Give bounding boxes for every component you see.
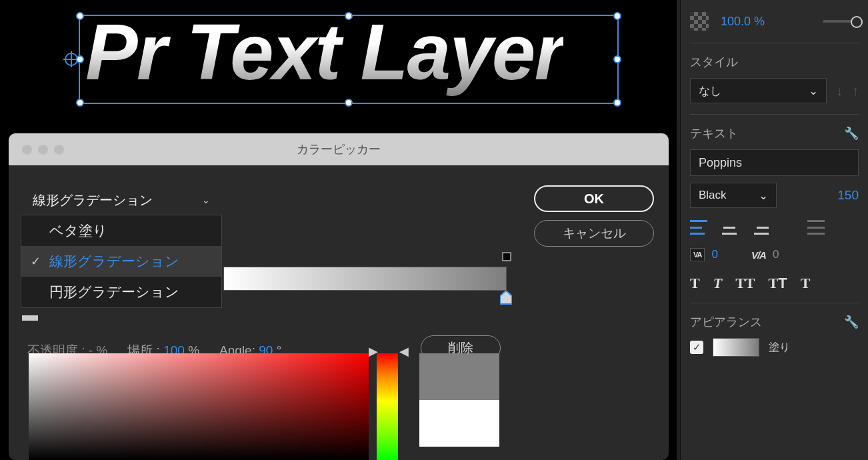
kerning-value[interactable]: 0 — [773, 248, 779, 261]
resize-handle[interactable] — [345, 12, 353, 20]
new-color-swatch[interactable] — [419, 353, 499, 400]
tracking-value[interactable]: 0 — [711, 248, 717, 261]
gradient-opacity-stop[interactable] — [502, 252, 511, 261]
minimize-window-icon[interactable] — [38, 145, 48, 155]
font-family-dropdown[interactable]: Poppins — [690, 149, 859, 176]
font-weight-dropdown[interactable]: Black ⌄ — [690, 183, 777, 208]
resize-handle[interactable] — [76, 12, 84, 20]
appearance-section-title: アピアランス — [690, 314, 762, 330]
style-preset-dropdown[interactable]: なし ⌄ — [690, 78, 827, 103]
layer-opacity-slider[interactable] — [823, 20, 859, 23]
resize-handle[interactable] — [613, 55, 621, 63]
superscript-button[interactable]: T — [801, 275, 811, 292]
bold-button[interactable]: T — [690, 275, 700, 292]
svg-marker-3 — [500, 291, 512, 304]
color-picker-dialog: カラーピッカー 線形グラデーション ⌄ ベタ塗り ✓ 線形グラデーション 円形グ… — [9, 133, 669, 460]
smallcaps-button[interactable]: TT — [769, 275, 787, 292]
dialog-title: カラーピッカー — [9, 141, 669, 157]
fill-type-selected: 線形グラデーション — [33, 191, 153, 209]
kerning-icon: V/A — [751, 249, 766, 261]
resize-handle[interactable] — [345, 99, 353, 107]
zoom-window-icon[interactable] — [54, 145, 64, 155]
cancel-button[interactable]: キャンセル — [534, 220, 654, 247]
wrench-icon[interactable]: 🔧 — [844, 126, 859, 141]
fill-type-dropdown[interactable]: 線形グラデーション ⌄ ベタ塗り ✓ 線形グラデーション 円形グラデーション — [21, 185, 222, 308]
fill-color-swatch[interactable] — [713, 338, 759, 357]
window-controls — [22, 145, 64, 155]
resize-handle[interactable] — [76, 55, 84, 63]
align-left-button[interactable] — [690, 220, 707, 235]
transparency-icon — [690, 12, 709, 31]
align-center-button[interactable] — [721, 220, 738, 235]
wrench-icon[interactable]: 🔧 — [844, 315, 859, 329]
chevron-down-icon: ⌄ — [759, 189, 768, 203]
fill-option-linear[interactable]: ✓ 線形グラデーション — [21, 246, 221, 277]
fill-checkbox[interactable]: ✓ — [690, 341, 703, 354]
italic-button[interactable]: T — [713, 275, 722, 292]
gradient-preview[interactable] — [223, 267, 507, 291]
layer-opacity-value[interactable]: 100.0 % — [721, 15, 811, 29]
hue-slider[interactable] — [377, 353, 398, 460]
allcaps-button[interactable]: TT — [735, 275, 755, 292]
swatch-indicator — [22, 315, 38, 321]
resize-handle[interactable] — [613, 12, 621, 20]
ok-button[interactable]: OK — [534, 185, 654, 212]
check-icon: ✓ — [31, 254, 41, 269]
align-right-button[interactable] — [751, 220, 769, 235]
fill-label: 塗り — [769, 341, 790, 355]
fill-option-solid[interactable]: ベタ塗り — [21, 215, 221, 246]
dialog-titlebar[interactable]: カラーピッカー — [9, 133, 669, 165]
move-up-icon[interactable]: ↑ — [852, 83, 859, 99]
color-swatch — [419, 353, 499, 447]
current-color-swatch[interactable] — [419, 400, 499, 447]
gradient-color-stop[interactable] — [500, 291, 512, 305]
text-section-title: テキスト — [690, 125, 738, 141]
gradient-bar[interactable] — [223, 267, 507, 291]
align-justify-button[interactable] — [807, 220, 825, 235]
chevron-down-icon: ⌄ — [809, 84, 818, 98]
fill-type-options: ベタ塗り ✓ 線形グラデーション 円形グラデーション — [21, 215, 222, 308]
chevron-down-icon: ⌄ — [202, 195, 210, 205]
tracking-icon: VA — [690, 248, 705, 261]
resize-handle[interactable] — [76, 99, 84, 107]
fill-option-radial[interactable]: 円形グラデーション — [21, 277, 221, 307]
move-down-icon[interactable]: ↓ — [836, 83, 843, 99]
close-window-icon[interactable] — [22, 145, 32, 155]
color-field[interactable] — [29, 353, 369, 460]
properties-panel: 100.0 % スタイル なし ⌄ ↓ ↑ テキスト 🔧 Poppins Bla… — [680, 0, 868, 460]
text-selection-box[interactable] — [79, 15, 619, 104]
style-section-title: スタイル — [690, 54, 859, 70]
font-size-value[interactable]: 150 — [837, 188, 859, 203]
resize-handle[interactable] — [613, 99, 621, 107]
